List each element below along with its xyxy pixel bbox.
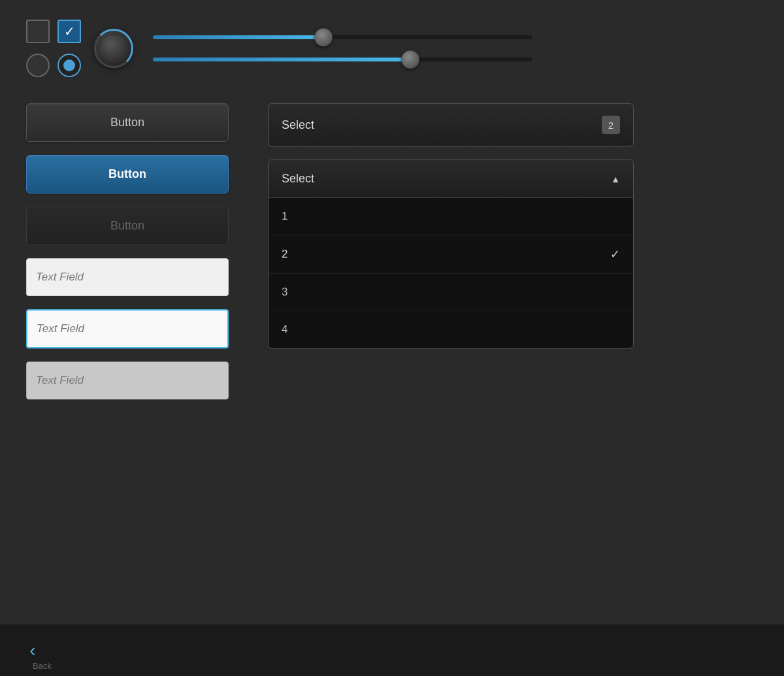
select-open-header[interactable]: Select ▲: [269, 160, 633, 198]
left-column: Button Button Button: [26, 103, 229, 399]
power-button-inner: [99, 34, 128, 63]
dropdown-item-1[interactable]: 1: [269, 198, 633, 235]
radio-row: [26, 54, 81, 77]
checkbox-row: ✓: [26, 20, 81, 43]
power-button[interactable]: [94, 29, 133, 68]
text-field-normal[interactable]: [26, 258, 229, 296]
chevron-up-icon: ▲: [611, 174, 620, 184]
slider-1-track[interactable]: [153, 35, 532, 39]
content-area: Button Button Button Select 2: [26, 103, 758, 399]
select-closed-value: 2: [602, 116, 620, 134]
default-button[interactable]: Button: [26, 103, 229, 142]
right-column: Select 2 Select ▲ 1 2 ✓: [268, 103, 634, 399]
dropdown-item-1-label: 1: [282, 210, 287, 223]
dropdown-item-2-label: 2: [282, 248, 287, 261]
dropdown-list: 1 2 ✓ 3 4: [269, 198, 633, 348]
slider-2-thumb[interactable]: [401, 50, 419, 69]
dropdown-item-3[interactable]: 3: [269, 274, 633, 311]
checkbox-unchecked[interactable]: [26, 20, 50, 43]
slider-1-fill: [153, 35, 323, 39]
select-open-container: Select ▲ 1 2 ✓ 3 4: [268, 160, 634, 348]
select-closed[interactable]: Select 2: [268, 103, 634, 146]
checkmark-icon: ✓: [610, 247, 620, 262]
dropdown-item-2[interactable]: 2 ✓: [269, 235, 633, 274]
back-label: Back: [33, 661, 52, 671]
text-field-disabled: [26, 362, 229, 399]
back-button[interactable]: ‹: [20, 637, 46, 664]
primary-button[interactable]: Button: [26, 155, 229, 194]
slider-2-fill: [153, 58, 410, 61]
slider-2-track[interactable]: [153, 58, 532, 61]
dropdown-item-4[interactable]: 4: [269, 311, 633, 348]
bottom-bar: ‹ Back: [0, 624, 784, 676]
top-section: ✓: [26, 20, 758, 77]
radio-unchecked[interactable]: [26, 54, 50, 77]
sliders-container: [153, 35, 758, 61]
radio-checked[interactable]: [57, 54, 81, 77]
main-container: ✓: [0, 0, 784, 419]
select-open-label: Select: [282, 172, 314, 186]
disabled-button: Button: [26, 207, 229, 245]
select-closed-label: Select: [282, 118, 314, 132]
checkboxes-radios-group: ✓: [26, 20, 81, 77]
dropdown-item-3-label: 3: [282, 286, 287, 299]
text-field-active[interactable]: [26, 309, 229, 348]
slider-1-thumb[interactable]: [314, 28, 333, 46]
dropdown-item-4-label: 4: [282, 323, 287, 336]
checkbox-checked[interactable]: ✓: [57, 20, 81, 43]
